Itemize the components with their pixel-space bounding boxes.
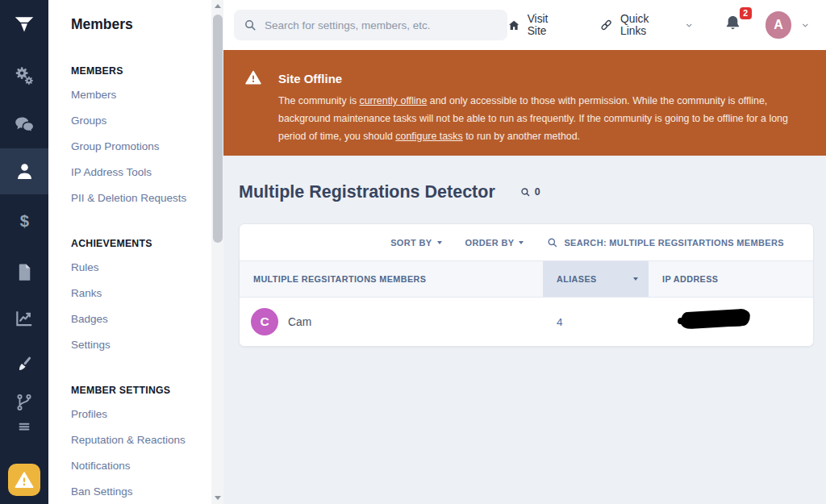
chevron-down-icon	[685, 21, 694, 30]
sidebar-item-groups[interactable]: Groups	[71, 107, 200, 133]
stats-icon	[14, 308, 35, 329]
currently-offline-link[interactable]: currently offline	[360, 95, 428, 106]
global-search[interactable]	[234, 10, 507, 40]
page-title: Multiple Registrations Detector	[239, 181, 495, 202]
nav-system-settings-button[interactable]	[0, 56, 48, 95]
sidebar-item-ban-settings[interactable]: Ban Settings	[71, 478, 200, 504]
nav-members-button[interactable]	[0, 148, 48, 194]
sidebar-item-reputation-reactions[interactable]: Reputation & Reactions	[71, 427, 200, 452]
sidebar-item-ip-address-tools[interactable]: IP Address Tools	[71, 159, 200, 185]
home-icon	[507, 19, 520, 32]
sidebar-item-members[interactable]: Members	[71, 81, 200, 107]
caret-down-icon	[437, 241, 442, 244]
document-icon	[15, 262, 35, 282]
configure-tasks-link[interactable]: configure tasks	[395, 131, 462, 142]
sidebar-item-settings[interactable]: Settings	[71, 331, 200, 357]
admin-cp-app: $	[0, 0, 826, 504]
sort-caret-down-icon	[633, 277, 638, 281]
account-chevron-down-icon[interactable]	[801, 21, 810, 30]
dollar-icon: $	[14, 210, 35, 232]
member-name-link[interactable]: Cam	[288, 316, 311, 328]
banner-title: Site Offline	[278, 72, 342, 85]
nav-pages-button[interactable]	[0, 252, 48, 291]
title-search-toggle[interactable]: 0	[520, 181, 540, 202]
sidebar-item-badges[interactable]: Badges	[71, 306, 200, 331]
banner-body: The community is currently offline and o…	[278, 93, 814, 145]
nav-menu-button[interactable]	[0, 414, 48, 439]
sidebar-section-achievements: ACHIEVEMENTS Rules Ranks Badges Settings	[71, 237, 200, 357]
section-header: MEMBER SETTINGS	[71, 384, 200, 397]
nav-support-button[interactable]	[0, 105, 48, 144]
table-header-row: MULTIPLE REGSITARTIONS MEMBERS ALIASES I…	[240, 260, 813, 298]
order-by-dropdown[interactable]: ORDER BY	[465, 238, 524, 248]
quick-links-label: Quick Links	[620, 13, 675, 37]
sidebar-section-members: MEMBERS Members Groups Group Promotions …	[71, 65, 200, 210]
table-search-label: SEARCH: MULTIPLE REGSITARTIONS MEMBERS	[564, 238, 784, 248]
sidebar-title: Members	[71, 15, 200, 34]
sidebar-item-group-promotions[interactable]: Group Promotions	[71, 133, 200, 159]
svg-text:$: $	[19, 212, 28, 230]
member-cell: C Cam	[240, 308, 543, 335]
members-sidebar: Members MEMBERS Members Groups Group Pro…	[48, 0, 211, 504]
section-header: ACHIEVEMENTS	[71, 237, 200, 250]
aliases-count: 4	[543, 316, 649, 328]
sidebar-item-ranks[interactable]: Ranks	[71, 280, 200, 306]
nav-rail: $	[0, 0, 48, 504]
scrollbar-thumb[interactable]	[213, 15, 223, 243]
sort-by-label: SORT BY	[390, 238, 432, 248]
sidebar-item-rules[interactable]: Rules	[71, 254, 200, 280]
notification-count-badge: 2	[740, 7, 752, 20]
page-content: Multiple Registrations Detector 0 SORT B…	[223, 156, 826, 504]
column-header-aliases[interactable]: ALIASES	[543, 261, 649, 297]
search-icon	[520, 187, 531, 198]
table-row[interactable]: C Cam 4	[240, 298, 813, 346]
nav-stats-button[interactable]	[0, 299, 48, 338]
scrollbar-up-arrow[interactable]	[211, 0, 223, 12]
nav-commerce-button[interactable]: $	[0, 202, 48, 240]
site-offline-banner: Site Offline The community is currently …	[223, 50, 826, 156]
member-avatar: C	[251, 308, 278, 335]
scrollbar-down-arrow[interactable]	[211, 492, 223, 504]
triangle-down-icon	[215, 496, 221, 500]
sort-by-dropdown[interactable]: SORT BY	[390, 238, 441, 248]
visit-site-link[interactable]: Visit Site	[507, 13, 569, 37]
result-count: 0	[535, 181, 540, 202]
sidebar-item-pii-deletion-requests[interactable]: PII & Deletion Requests	[71, 185, 200, 210]
search-icon	[547, 237, 558, 248]
caret-down-icon	[519, 241, 524, 244]
column-header-ip-address[interactable]: IP ADDRESS	[649, 261, 813, 297]
nav-customization-button[interactable]	[0, 345, 48, 384]
branch-icon	[15, 393, 34, 412]
search-icon	[244, 19, 257, 32]
sidebar-item-notifications[interactable]: Notifications	[71, 452, 200, 478]
ip-redaction	[690, 319, 744, 327]
user-avatar[interactable]: A	[766, 11, 792, 39]
ip-address-cell	[649, 298, 813, 346]
link-icon	[599, 18, 613, 32]
nav-developer-button[interactable]	[0, 389, 48, 416]
gears-icon	[14, 65, 35, 87]
section-header: MEMBERS	[71, 65, 200, 77]
banner-text: to run by another method.	[463, 131, 580, 142]
invision-logo-icon	[12, 12, 36, 36]
sidebar-item-profiles[interactable]: Profiles	[71, 401, 200, 427]
table-search-button[interactable]: SEARCH: MULTIPLE REGSITARTIONS MEMBERS	[547, 237, 784, 248]
warning-triangle-icon	[14, 469, 35, 490]
member-icon	[14, 160, 35, 182]
topbar: Visit Site Quick Links	[223, 0, 826, 50]
quick-links-menu[interactable]: Quick Links	[599, 13, 694, 37]
chats-icon	[14, 114, 35, 135]
visit-site-label: Visit Site	[528, 13, 569, 37]
search-input[interactable]	[265, 19, 498, 31]
invision-logo[interactable]	[0, 0, 48, 48]
column-header-members[interactable]: MULTIPLE REGSITARTIONS MEMBERS	[240, 261, 543, 297]
results-table-card: SORT BY ORDER BY SEARCH: MULTIPLE REGSIT…	[239, 223, 814, 347]
warning-triangle-icon	[244, 69, 262, 86]
table-toolbar: SORT BY ORDER BY SEARCH: MULTIPLE REGSIT…	[240, 224, 813, 260]
menu-lines-icon	[15, 418, 33, 435]
system-alert-button[interactable]	[8, 464, 40, 496]
aliases-header-label: ALIASES	[557, 274, 597, 284]
notifications-button[interactable]: 2	[723, 14, 743, 37]
triangle-up-icon	[215, 4, 221, 8]
sidebar-scrollbar[interactable]	[211, 0, 223, 504]
